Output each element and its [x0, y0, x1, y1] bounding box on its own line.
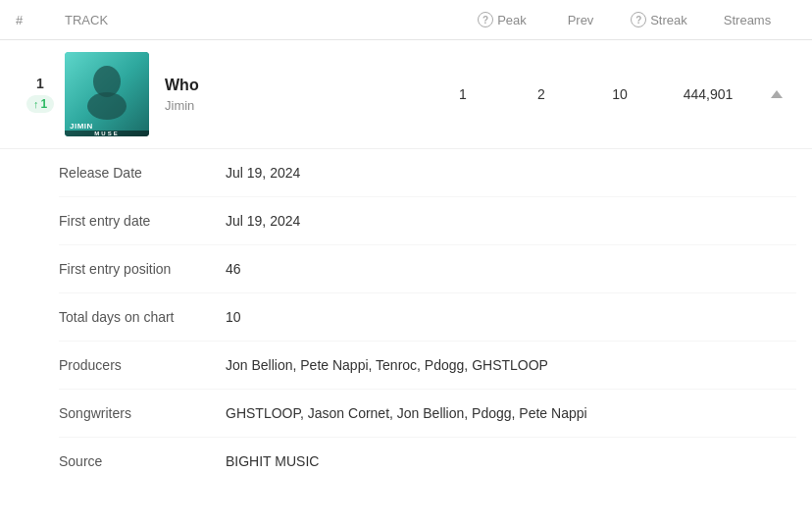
detail-row: ProducersJon Bellion, Pete Nappi, Tenroc… [59, 342, 796, 390]
detail-row: SongwritersGHSTLOOP, Jason Cornet, Jon B… [59, 390, 796, 438]
detail-value: Jon Bellion, Pete Nappi, Tenroc, Pdogg, … [226, 357, 796, 373]
detail-row: Total days on chart10 [59, 293, 796, 342]
detail-value: Jul 19, 2024 [226, 213, 796, 229]
detail-label: Songwriters [59, 405, 226, 421]
track-artist: Jimin [165, 98, 424, 113]
svg-text:MUSE: MUSE [94, 131, 119, 136]
svg-text:JIMIN: JIMIN [70, 122, 93, 131]
rank-change: 1 [40, 97, 47, 111]
header-right-cols: ? Peak Prev ? Streak Streams [463, 12, 796, 27]
header-track: TRACK [65, 13, 463, 27]
chevron-up-icon[interactable] [771, 90, 783, 98]
rank-number: 1 [36, 76, 44, 91]
stat-peak: 1 [424, 86, 502, 102]
stat-streams: 444,901 [659, 86, 757, 102]
detail-label: First entry date [59, 213, 226, 229]
stat-prev: 2 [502, 86, 581, 102]
track-row: 1 ↑ 1 JIMIN [0, 40, 812, 149]
detail-section: Release DateJul 19, 2024First entry date… [0, 149, 812, 501]
header-streams: Streams [698, 13, 796, 27]
peak-help-icon[interactable]: ? [478, 12, 493, 27]
track-stats: 1 2 10 444,901 [424, 86, 796, 102]
detail-row: SourceBIGHIT MUSIC [59, 438, 796, 485]
header-hash: # [16, 13, 65, 27]
detail-row: First entry dateJul 19, 2024 [59, 197, 796, 245]
track-title: Who [165, 77, 424, 94]
detail-value: 10 [226, 309, 796, 325]
detail-row: First entry position46 [59, 245, 796, 293]
detail-label: First entry position [59, 261, 226, 277]
detail-value: GHSTLOOP, Jason Cornet, Jon Bellion, Pdo… [226, 405, 796, 421]
detail-label: Producers [59, 357, 226, 373]
detail-label: Release Date [59, 165, 226, 181]
header-streak: ? Streak [620, 12, 698, 27]
header-prev: Prev [541, 13, 620, 27]
rank-section: 1 ↑ 1 [16, 76, 65, 113]
expand-button[interactable] [757, 90, 796, 98]
album-art: JIMIN MUSE [65, 52, 149, 136]
streak-help-icon[interactable]: ? [631, 12, 646, 27]
detail-value: 46 [226, 261, 796, 277]
track-info: Who Jimin [165, 77, 424, 113]
detail-label: Total days on chart [59, 309, 226, 325]
album-art-image: JIMIN MUSE [65, 52, 149, 136]
svg-point-2 [87, 92, 127, 120]
stat-streak: 10 [581, 86, 659, 102]
detail-row: Release DateJul 19, 2024 [59, 149, 796, 197]
detail-label: Source [59, 453, 226, 469]
detail-value: Jul 19, 2024 [226, 165, 796, 181]
album-svg: JIMIN MUSE [65, 52, 149, 136]
detail-value: BIGHIT MUSIC [226, 453, 796, 469]
header-peak: ? Peak [463, 12, 541, 27]
arrow-up-icon: ↑ [33, 98, 39, 110]
table-header: # TRACK ? Peak Prev ? Streak Streams [0, 0, 812, 40]
rank-badge: ↑ 1 [26, 95, 54, 113]
